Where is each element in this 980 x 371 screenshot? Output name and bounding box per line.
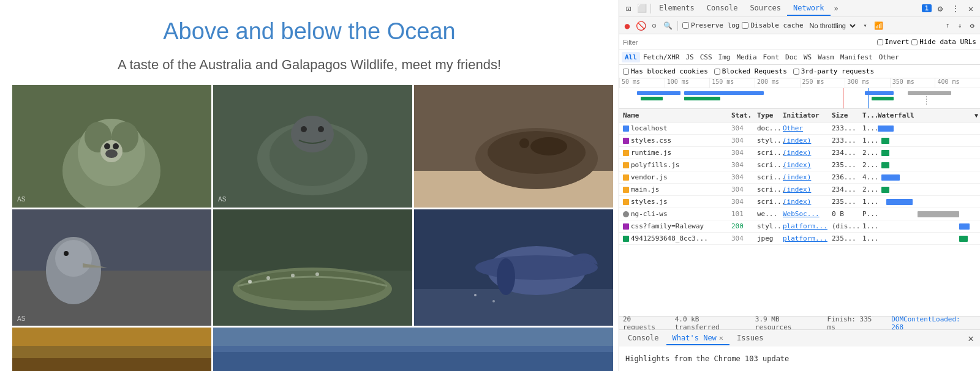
has-blocked-cookies-label[interactable]: Has blocked cookies	[623, 67, 708, 75]
type-font[interactable]: Font	[760, 52, 783, 62]
filter-icon[interactable]: ⊝	[649, 20, 660, 31]
col-header-type[interactable]: Type	[755, 111, 781, 119]
table-row[interactable]: vendor.js 304 scri... (index) 236... 4..…	[619, 171, 980, 184]
preserve-log-label[interactable]: Preserve log	[682, 21, 739, 29]
table-row[interactable]: ng-cli-ws 101 we... WebSoc... 0 B P...	[619, 208, 980, 220]
svg-point-34	[266, 276, 270, 280]
row-name: css?family=Raleway	[631, 222, 704, 230]
table-row[interactable]: css?family=Raleway 200 styl... platform.…	[619, 220, 980, 233]
type-media[interactable]: Media	[733, 52, 760, 62]
table-row[interactable]: runtime.js 304 scri... (index) 234... 2.…	[619, 147, 980, 159]
row-initiator[interactable]: Other	[781, 124, 830, 132]
network-table-body[interactable]: localhost 304 doc... Other 233... 1... s…	[619, 122, 980, 316]
tab-whats-new[interactable]: What's New ✕	[666, 332, 729, 345]
table-row[interactable]: main.js 304 scri... (index) 234... 2...	[619, 184, 980, 196]
export-icon[interactable]: ↓	[954, 20, 965, 31]
col-header-size[interactable]: Size	[830, 111, 861, 119]
photo-manta	[414, 209, 613, 326]
type-img[interactable]: Img	[715, 52, 734, 62]
disable-cache-checkbox[interactable]	[742, 22, 748, 29]
wifi-icon[interactable]: 📶	[873, 20, 884, 31]
svg-point-13	[291, 116, 334, 152]
row-initiator[interactable]: (index)	[781, 149, 830, 157]
settings-icon[interactable]: ⚙	[933, 2, 947, 15]
row-initiator[interactable]: (index)	[781, 161, 830, 169]
row-waterfall	[876, 186, 980, 194]
clear-button[interactable]: 🚫	[635, 20, 646, 31]
row-initiator[interactable]: (index)	[781, 198, 830, 206]
invert-label[interactable]: Invert	[877, 38, 910, 46]
type-css[interactable]: CSS	[697, 52, 715, 62]
whats-new-close[interactable]: ✕	[719, 334, 723, 342]
type-manifest[interactable]: Manifest	[837, 52, 876, 62]
col-header-name[interactable]: Name	[619, 111, 729, 119]
type-other[interactable]: Other	[876, 52, 902, 62]
close-panel-button[interactable]: ✕	[964, 332, 978, 344]
row-initiator[interactable]: platform...	[781, 222, 830, 230]
row-initiator[interactable]: platform...	[781, 234, 830, 242]
row-initiator[interactable]: (index)	[781, 173, 830, 181]
col-header-initiator[interactable]: Initiator	[781, 111, 830, 119]
table-row[interactable]: 49412593648_8cc3... 304 jpeg platform...…	[619, 233, 980, 245]
settings-network-icon[interactable]: ⚙	[967, 20, 978, 31]
scale-50ms: 50 ms	[619, 78, 665, 88]
tab-network[interactable]: Network	[787, 1, 831, 16]
row-time: P...	[861, 210, 876, 218]
type-fetch-xhr[interactable]: Fetch/XHR	[640, 52, 683, 62]
row-initiator[interactable]: (index)	[781, 186, 830, 193]
col-header-time[interactable]: T...	[861, 111, 876, 119]
hide-data-urls-label[interactable]: Hide data URLs	[911, 38, 976, 46]
throttle-dropdown-icon[interactable]: ▾	[860, 20, 871, 31]
table-row[interactable]: polyfills.js 304 scri... (index) 235... …	[619, 159, 980, 171]
transferred-size: 4.0 kB transferred	[675, 315, 748, 331]
type-all[interactable]: All	[622, 52, 640, 62]
third-party-requests-label[interactable]: 3rd-party requests	[793, 67, 874, 75]
row-initiator[interactable]: WebSoc...	[781, 210, 830, 218]
row-initiator[interactable]: (index)	[781, 137, 830, 144]
tab-console[interactable]: Console	[701, 1, 744, 16]
type-doc[interactable]: Doc	[782, 52, 801, 62]
tab-issues[interactable]: Issues	[731, 332, 769, 345]
import-icon[interactable]: ↑	[942, 20, 953, 31]
row-time: 2...	[861, 161, 876, 169]
col-header-status[interactable]: Stat.	[729, 111, 755, 119]
type-wasm[interactable]: Wasm	[815, 52, 837, 62]
more-tabs-icon[interactable]: »	[831, 2, 842, 15]
timeline-bar: 50 ms 100 ms 150 ms 200 ms 250 ms 300 ms…	[619, 78, 980, 109]
type-js[interactable]: JS	[682, 52, 696, 62]
throttle-select[interactable]: No throttling	[806, 21, 858, 30]
disable-cache-label[interactable]: Disable cache	[742, 21, 803, 29]
scale-200ms: 200 ms	[755, 78, 800, 88]
blocked-requests-checkbox[interactable]	[714, 69, 720, 75]
table-row[interactable]: styles.css 304 styl... (index) 233... 1.…	[619, 135, 980, 147]
table-row[interactable]: localhost 304 doc... Other 233... 1...	[619, 122, 980, 135]
svg-point-7	[113, 143, 119, 149]
type-filter-bar: All Fetch/XHR JS CSS Img Media Font Doc …	[619, 50, 980, 65]
hide-data-urls-checkbox[interactable]	[911, 39, 918, 45]
preserve-log-checkbox[interactable]	[682, 22, 689, 29]
search-icon[interactable]: 🔍	[662, 20, 673, 31]
more-options-icon[interactable]: ⋮	[949, 2, 962, 15]
third-party-requests-checkbox[interactable]	[793, 69, 799, 75]
filter-input[interactable]	[623, 39, 875, 46]
tab-console-bottom[interactable]: Console	[622, 332, 665, 345]
table-row[interactable]: styles.js 304 scri... (index) 235... 1..…	[619, 196, 980, 208]
photo-sunrise	[12, 328, 211, 371]
record-button[interactable]: ●	[622, 20, 633, 31]
has-blocked-cookies-checkbox[interactable]	[623, 69, 629, 75]
bottom-panel-content: Highlights from the Chrome 103 update	[619, 347, 980, 371]
svg-rect-50	[213, 328, 613, 346]
tab-sources[interactable]: Sources	[744, 1, 787, 16]
device-icon[interactable]: ⬜	[635, 2, 649, 15]
red-marker-line	[843, 88, 843, 109]
type-ws[interactable]: WS	[801, 52, 815, 62]
invert-checkbox[interactable]	[877, 39, 883, 45]
close-devtools-icon[interactable]: ✕	[964, 2, 978, 15]
row-size: 234...	[830, 186, 861, 193]
col-header-waterfall[interactable]: Waterfall ▼	[876, 111, 980, 119]
blocked-requests-label[interactable]: Blocked Requests	[714, 67, 787, 75]
tab-elements[interactable]: Elements	[653, 1, 701, 16]
inspect-icon[interactable]: ⊡	[622, 2, 635, 15]
row-type: jpeg	[755, 234, 781, 242]
row-type: scri...	[755, 198, 781, 206]
